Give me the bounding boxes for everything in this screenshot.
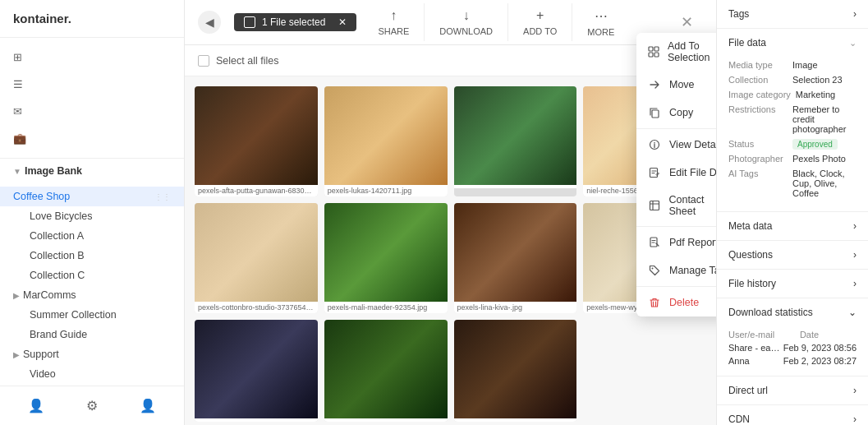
right-section-cdn: CDN › — [717, 405, 868, 425]
add-to-selection-icon — [648, 45, 659, 58]
meta-data-chevron: › — [853, 220, 857, 232]
file-history-chevron: › — [853, 278, 857, 289]
dropdown-item-view-details[interactable]: View Details — [636, 131, 716, 159]
sidebar-nav-list[interactable]: ☰ — [0, 72, 184, 97]
dropdown-divider — [636, 128, 716, 129]
svg-rect-7 — [650, 201, 659, 210]
sidebar-item-marcomms[interactable]: ▶ MarComms — [0, 285, 184, 305]
dropdown-item-delete[interactable]: Delete — [636, 289, 716, 316]
svg-rect-2 — [649, 53, 653, 57]
image-bank-chevron: ▼ — [13, 167, 21, 176]
checkbox-element[interactable] — [198, 55, 209, 67]
dropdown-item-move[interactable]: Move — [636, 71, 716, 99]
dropdown-item-copy[interactable]: Copy — [636, 99, 716, 127]
sidebar: kontainer. ⊞ ☰ ✉ 💼 ▼ Image Bank Co — [0, 0, 185, 425]
image-cell[interactable] — [195, 320, 318, 422]
dropdown-divider-2 — [636, 226, 716, 227]
sidebar-bottom-icons: 👤 ⚙ 👤 — [0, 386, 184, 425]
sidebar-tree: Coffee Shop ⋮⋮ Love Bicycles Collection … — [0, 183, 184, 386]
file-data-header[interactable]: File data ⌄ — [717, 29, 868, 57]
download-button[interactable]: ↓ DOWNLOAD — [425, 3, 508, 41]
image-cell[interactable] — [324, 320, 448, 422]
sidebar-nav-grid[interactable]: ⊞ — [0, 44, 184, 70]
dropdown-divider-3 — [636, 286, 716, 287]
person-icon[interactable]: 👤 — [135, 393, 161, 418]
sidebar-nav-briefcase[interactable]: 💼 — [0, 126, 184, 151]
dl-stats-header-row: User/e-mail Date — [728, 330, 857, 340]
image-cell[interactable]: pexels-lina-kiva-.jpg — [454, 203, 577, 313]
sidebar-item-video[interactable]: Video — [16, 364, 184, 384]
download-stats-header[interactable]: Download statistics ⌄ — [717, 298, 868, 326]
dropdown-item-pdf-report[interactable]: Pdf Report — [636, 229, 716, 256]
add-to-button[interactable]: + ADD TO — [508, 3, 572, 41]
message-icon: ✉ — [13, 105, 22, 118]
close-button[interactable]: ✕ — [671, 8, 703, 36]
toolbar-actions: ↑ SHARE ↓ DOWNLOAD + ADD TO ⋯ MORE — [363, 3, 629, 42]
sidebar-item-collection-b[interactable]: Collection B — [16, 246, 184, 266]
right-panel: Tags › File data ⌄ Media type Image Coll… — [716, 0, 868, 425]
file-data-chevron: ⌄ — [849, 38, 857, 49]
meta-data-header[interactable]: Meta data › — [717, 212, 868, 240]
dl-stats-row-1: Share - eaef28f8-... Feb 9, 2023 08:56 — [728, 343, 857, 353]
share-button[interactable]: ↑ SHARE — [363, 3, 425, 41]
sidebar-item-love-bicycles[interactable]: Love Bicycles — [16, 206, 184, 226]
file-data-row-status: Status Approved — [728, 139, 857, 149]
dropdown-item-edit-file-data[interactable]: Edit File Data — [636, 159, 716, 187]
file-data-row-restrictions: Restrictions Remeber to credit photograp… — [728, 104, 857, 134]
image-cell[interactable]: pexels-lukas-1420711.jpg — [324, 86, 448, 196]
share-icon: ↑ — [390, 8, 397, 23]
dropdown-item-contact-sheet[interactable]: Contact Sheet — [636, 187, 716, 224]
main-content: ◀ 1 File selected ✕ ↑ SHARE ↓ DOWNLOAD +… — [185, 0, 716, 425]
manage-tags-icon — [648, 264, 661, 277]
selected-info-badge: 1 File selected ✕ — [234, 13, 356, 31]
image-cell[interactable] — [454, 320, 577, 422]
questions-chevron: › — [853, 249, 857, 261]
direct-url-chevron: › — [853, 385, 857, 396]
cdn-header[interactable]: CDN › — [717, 405, 868, 425]
deselect-button[interactable]: ✕ — [338, 16, 347, 28]
direct-url-header[interactable]: Direct url › — [717, 376, 868, 404]
edit-file-data-icon — [648, 166, 661, 179]
settings-icon[interactable]: ⚙ — [81, 393, 103, 418]
more-icon: ⋯ — [595, 8, 608, 24]
right-section-questions: Questions › — [717, 241, 868, 270]
sidebar-item-support[interactable]: ▶ Support — [0, 344, 184, 364]
cdn-chevron: › — [853, 413, 857, 425]
image-bank-label[interactable]: ▼ Image Bank — [0, 159, 184, 183]
right-section-direct-url: Direct url › — [717, 376, 868, 405]
add-to-icon: + — [536, 8, 544, 23]
logo-text: kontainer. — [13, 12, 71, 25]
move-icon — [648, 78, 661, 91]
sidebar-item-brand-guide[interactable]: Brand Guide — [16, 325, 184, 344]
svg-rect-3 — [654, 53, 659, 57]
right-section-tags: Tags › — [717, 0, 868, 29]
dropdown-item-add-to-selection[interactable]: Add To Selection — [636, 33, 716, 71]
sidebar-support-sub: Video test Empty folder — [0, 364, 184, 386]
support-chevron: ▶ — [13, 350, 20, 359]
users-icon[interactable]: 👤 — [23, 393, 49, 418]
sidebar-item-collection-a[interactable]: Collection A — [16, 226, 184, 246]
file-history-header[interactable]: File history › — [717, 270, 868, 298]
file-data-row-image-category: Image category Marketing — [728, 90, 857, 99]
back-button[interactable]: ◀ — [198, 11, 221, 34]
dl-stats-row-2: Anna Feb 2, 2023 08:27 — [728, 356, 857, 366]
sidebar-logo: kontainer. — [0, 0, 184, 38]
image-cell[interactable]: pexels-afta-putta-gunawan-683039.jpg — [195, 86, 318, 196]
more-button[interactable]: ⋯ MORE — [572, 3, 629, 42]
image-cell[interactable] — [454, 86, 577, 196]
select-all-checkbox[interactable]: Select all files — [198, 55, 278, 67]
dropdown-item-manage-tags[interactable]: Manage Tags — [636, 256, 716, 284]
briefcase-icon: 💼 — [13, 132, 26, 145]
questions-header[interactable]: Questions › — [717, 241, 868, 269]
right-section-meta: Meta data › — [717, 212, 868, 241]
tags-chevron-icon: › — [853, 8, 857, 20]
sidebar-item-collection-c[interactable]: Collection C — [16, 266, 184, 285]
copy-icon — [648, 106, 661, 119]
sidebar-item-summer-collection[interactable]: Summer Collection — [16, 305, 184, 325]
sidebar-nav-message[interactable]: ✉ — [0, 99, 184, 124]
tags-section-header[interactable]: Tags › — [717, 0, 868, 28]
sidebar-item-coffee-shop[interactable]: Coffee Shop ⋮⋮ — [0, 187, 184, 206]
file-data-row-photographer: Photographer Pexels Photo — [728, 154, 857, 164]
image-cell[interactable]: pexels-mali-maeder-92354.jpg — [324, 203, 448, 313]
image-cell[interactable]: pexels-cottonbro-studio-3737654.jpg — [195, 203, 318, 313]
